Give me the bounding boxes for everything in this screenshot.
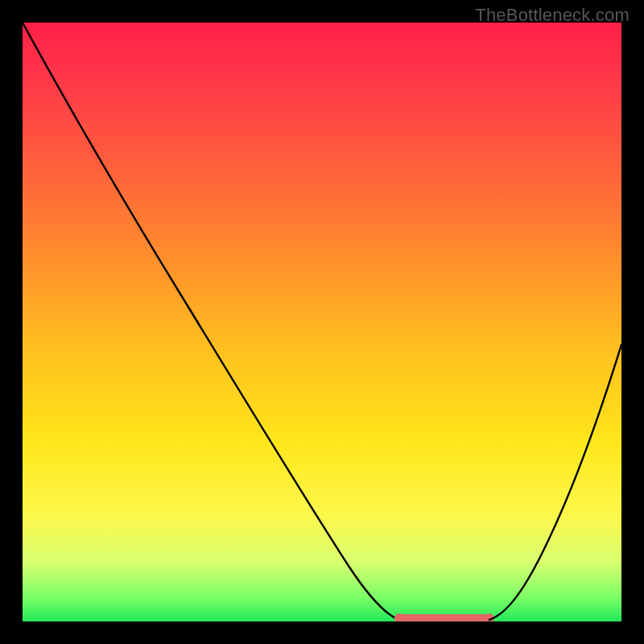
plot-area — [23, 23, 621, 621]
chart-frame: TheBottleneck.com — [0, 0, 644, 644]
left-curve — [23, 23, 399, 620]
right-curve — [489, 345, 621, 620]
curves-svg — [23, 23, 621, 621]
